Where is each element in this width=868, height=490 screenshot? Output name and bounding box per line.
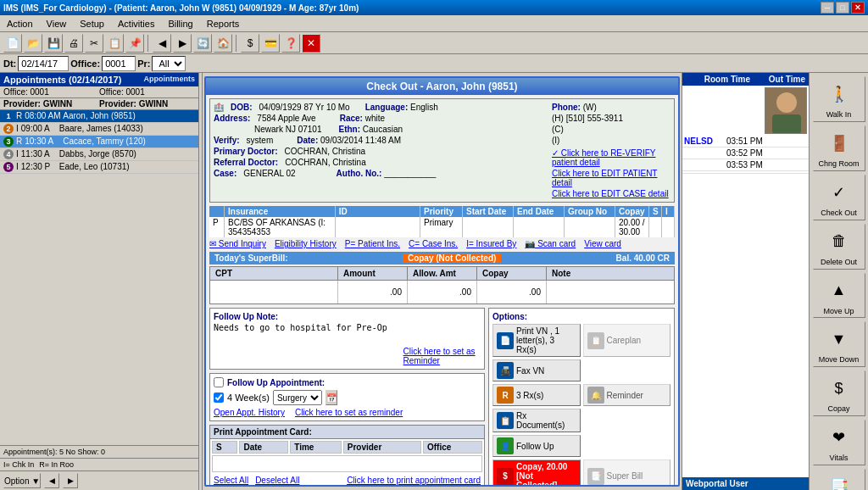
pr-select[interactable]: All [152,56,186,71]
paste-button[interactable]: 📌 [125,34,144,53]
eligibility-history-link[interactable]: Eligibility History [275,239,337,248]
careplan-button[interactable]: 📋 Careplan [583,324,671,357]
print-appt-card-link[interactable]: Click here to print appointment card [347,476,481,485]
move-up-action-button[interactable]: ▲ Move Up [813,273,865,319]
super-bill-button[interactable]: 📑 Super Bill [583,459,671,487]
print-button[interactable]: 🖨 [64,34,83,53]
followup-icon: 👤 [497,437,514,454]
close-x-button[interactable]: ✕ [302,34,320,53]
room-time-2: 03:52 PM [726,148,769,158]
set-as-reminder-link[interactable]: Click here to set as reminder [295,408,403,417]
scan-card-link[interactable]: 📷 Scan card [525,239,576,248]
reverify-link[interactable]: ✓ Click here to RE-VERIFY patient detail [552,148,655,167]
patient-address-row: Address: 7584 Apple Ave Race: white [214,114,547,123]
appt-item-4[interactable]: 4 I 11:30 A Dabbs, Jorge (8570) [0,148,198,161]
check-out-label: Check Out [821,209,857,218]
appt-item-5[interactable]: 5 I 12:30 P Eade, Leo (10731) [0,161,198,174]
followup-links: Open Appt. History Click here to set as … [214,408,481,417]
cut-button[interactable]: ✂ [85,34,103,53]
phone-h: (H) [510] 555-3911 [552,114,623,123]
copy-button[interactable]: 📋 [105,34,124,53]
home-button[interactable]: 🏠 [214,34,232,53]
checkout-panel: Check Out - Aaron, John (9851) 🏥 DOB: 04… [204,76,680,487]
rxs-button[interactable]: R 3 Rx(s) [492,384,581,406]
patient-verify-row: Verify: system Date: 09/03/2014 11:48 AM [214,136,547,145]
send-inquiry-link[interactable]: ✉ Send Inquiry [209,239,266,248]
move-down-icon: ▼ [824,324,854,354]
back-button[interactable]: ◀ [153,34,171,53]
walk-in-action-button[interactable]: 🚶 Walk In [813,76,865,122]
copay-action-button[interactable]: $ Copay [813,370,865,416]
legend-chkin: I= Chk In [3,460,34,469]
legend-inroom: R= In Roo [39,460,74,469]
new-button[interactable]: 📄 [3,34,22,53]
room-panel: Room Time Out Time NELSD 03:51 PM 03:52 … [682,73,809,490]
menu-view[interactable]: View [43,17,70,31]
phone-h-row: (H) [510] 555-3911 [552,114,670,123]
scroll-right-button[interactable]: ▶ [63,473,78,488]
followup-appt-checkbox[interactable] [214,377,224,387]
move-down-action-button[interactable]: ▼ Move Down [813,321,865,367]
room-time-3: 03:53 PM [726,160,769,170]
super-bill-action-button[interactable]: 📑 Super Bill [813,469,865,490]
appt-item-2[interactable]: 2 I 09:00 A Baare, James (14033) [0,123,198,136]
followup-note-textarea[interactable]: Needs to go to hospital for Pre-Op [214,323,400,365]
ins-col-ins-header: Insurance [225,206,336,217]
office-input[interactable] [102,56,136,71]
followup-type-select[interactable]: Surgery [273,390,322,405]
option-bar: Option ▼ ◀ ▶ [0,471,198,490]
minimize-button[interactable]: ─ [821,2,834,14]
edit-patient-link[interactable]: Click here to EDIT PATIENT detail [552,169,657,187]
date-span: Date: 09/03/2014 11:48 AM [297,136,401,145]
insured-link[interactable]: I= Insured By [466,239,516,248]
dt-input[interactable] [18,56,69,71]
appt-item-1[interactable]: 1 R 08:00 AM Aaron, John (9851) [0,110,198,123]
chng-room-action-button[interactable]: 🚪 Chng Room [813,125,865,171]
select-all-link[interactable]: Select All [214,476,248,485]
appt-item-3[interactable]: 3 R 10:30 A Cacace, Tammy (120) [0,136,198,148]
refresh-button[interactable]: 🔄 [193,34,212,53]
menu-action[interactable]: Action [3,17,36,31]
ins-start-1 [463,217,514,237]
patient-ins-link[interactable]: P= Patient Ins. [345,239,400,248]
set-reminder-link[interactable]: Click here to set as Reminder [403,347,481,365]
vitals-action-button[interactable]: ❤ Vitals [813,420,865,465]
fax-vn-button[interactable]: 📠 Fax VN [492,359,581,381]
followup-calendar-button[interactable]: 📅 [326,390,337,405]
open-appt-history-link[interactable]: Open Appt. History [214,408,285,417]
card-button[interactable]: 💳 [261,34,280,53]
amount-cell-1: .00 [338,281,408,303]
menu-billing[interactable]: Billing [164,17,196,31]
walk-in-icon: 🚶 [824,79,854,109]
close-button[interactable]: ✕ [851,2,865,14]
forward-button[interactable]: ▶ [173,34,192,53]
followup-weeks-checkbox[interactable] [214,393,224,403]
note-cell-1 [547,281,674,303]
followup-button[interactable]: 👤 Follow Up [492,435,581,457]
menu-activities[interactable]: Activities [114,17,158,31]
room-panel-header: Room Time Out Time [682,73,809,86]
open-button[interactable]: 📂 [24,34,42,53]
reminder-button[interactable]: 🔔 Reminder [583,384,671,406]
scroll-left-button[interactable]: ◀ [44,473,59,488]
patient-info-section: 🏥 DOB: 04/09/1929 87 Yr 10 Mo Language: … [209,98,675,203]
menu-setup[interactable]: Setup [76,17,108,31]
deselect-all-link[interactable]: Deselect All [255,476,299,485]
view-card-link[interactable]: View card [584,239,621,248]
menu-reports[interactable]: Reports [203,17,243,31]
help-button[interactable]: ❓ [281,34,300,53]
dollar-button[interactable]: $ [241,34,259,53]
followup-appt-label: Follow Up Appointment: [227,378,325,387]
delete-out-action-button[interactable]: 🗑 Delete Out [813,224,865,270]
option-button[interactable]: Option ▼ [3,473,41,488]
appt-status-3: 3 [3,136,14,147]
case-ins-link[interactable]: C= Case Ins. [409,239,458,248]
print-vn-button[interactable]: 📄 Print VN , 1 letter(s), 3 Rx(s) [492,324,581,357]
rx-docs-button[interactable]: 📋 Rx Document(s) [492,409,581,432]
action-links: ✉ Send Inquiry Eligibility History P= Pa… [209,239,675,248]
check-out-action-button[interactable]: ✓ Check Out [813,175,865,220]
maximize-button[interactable]: □ [836,2,849,14]
edit-case-link[interactable]: Click here to EDIT CASE detail [552,189,669,198]
save-button[interactable]: 💾 [44,34,63,53]
copay-button[interactable]: $ Copay, 20.00 [Not Collected] [492,459,581,487]
